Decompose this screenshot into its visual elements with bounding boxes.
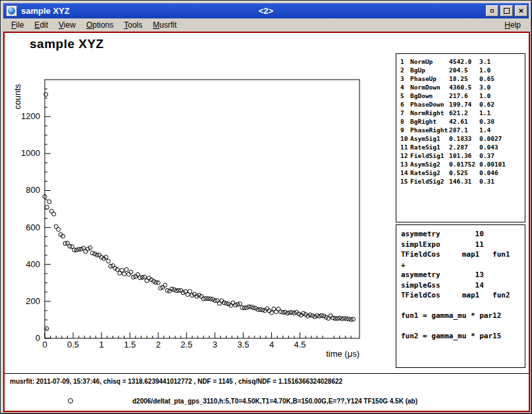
minimize-button[interactable] [486,5,498,16]
svg-text:2.5: 2.5 [180,340,192,349]
parameter-row: 10AsymSig10.18330.0027 [400,134,525,143]
root-canvas[interactable]: sample XYZ 02004006008001000120000.511.5… [3,32,530,412]
root-logo-icon [8,7,15,14]
svg-text:4.5: 4.5 [294,340,306,349]
svg-text:1.5: 1.5 [124,340,136,349]
parameter-row: 3PhaseUp18.250.65 [400,74,525,83]
app-icon[interactable] [6,5,17,16]
parameter-row: 6PhaseDown199.740.62 [400,100,525,109]
parameter-row: 8BgRight42.610.38 [400,117,525,126]
svg-text:0: 0 [36,333,40,343]
theory-line: asymmetry 13 [401,270,525,280]
svg-text:1: 1 [99,340,104,349]
parameter-row: 9PhaseRight287.11.4 [400,126,525,134]
titlebar-buttons: ✕ [484,5,529,16]
fit-parameters-box[interactable]: 1NormUp4542.03.12BgUp204.51.03PhaseUp18.… [396,53,525,222]
menu-item-edit[interactable]: Edit [29,19,53,31]
menu-items: FileEditViewOptionsToolsMusrfit [6,19,182,31]
svg-text:0: 0 [42,340,47,349]
theory-line: simplExpo 11 [401,240,525,250]
theory-line: TFieldCos map1 fun2 [401,290,525,301]
theory-line [401,321,525,332]
parameter-row: 12FieldSig1101.360.37 [400,151,525,160]
theory-line: fun2 = gamma_mu * par15 [401,331,525,342]
svg-text:4: 4 [269,340,274,349]
theory-line: simpleGss 14 [401,280,525,291]
menu-item-help[interactable]: Help [499,19,526,31]
menu-item-view[interactable]: View [53,19,81,31]
menu-bar: FileEditViewOptionsToolsMusrfit Help [3,18,529,32]
application-window: sample XYZ <2> ✕ FileEditViewOptionsTool… [0,0,532,414]
legend-marker-icon [68,398,73,403]
parameter-row: 4NormDown4360.53.0 [400,83,525,91]
theory-box[interactable]: asymmetry 10simplExpo 11TFieldCos map1 f… [396,224,525,368]
svg-text:1000: 1000 [21,148,40,158]
maximize-icon [504,8,510,14]
theory-line: + [401,260,525,271]
svg-text:1200: 1200 [21,111,40,121]
legend-text: d2006/deltat_pta_gps_3110,h:5,T0=4.50K,T… [132,398,417,405]
close-button[interactable]: ✕ [515,5,527,16]
svg-text:400: 400 [26,259,40,269]
parameter-row: 1NormUp4542.03.1 [400,57,525,66]
plot-frame [45,80,359,338]
maximize-button[interactable] [500,5,513,16]
parameter-row: 2BgUp204.51.0 [400,66,525,74]
fit-info-text: musrfit: 2011-07-09, 15:37:46, chisq = 1… [10,378,342,385]
title-bar[interactable]: sample XYZ <2> ✕ [3,3,529,18]
menu-item-musrfit[interactable]: Musrfit [147,19,182,31]
theory-line [401,301,525,311]
svg-text:0.5: 0.5 [67,340,79,349]
theory-line: fun1 = gamma_mu * par12 [401,311,525,321]
parameter-row: 13AsymSig20.017520.00101 [400,160,525,168]
x-axis-label: time (μs) [326,349,359,359]
menu-item-file[interactable]: File [6,19,29,31]
parameter-row: 14RateSig20.5250.046 [400,168,525,177]
parameter-row: 5BgDown217.61.0 [400,91,525,100]
svg-text:3: 3 [213,340,217,349]
parameter-row: 15FieldSig2146.310.31 [400,177,525,186]
menu-item-options[interactable]: Options [81,19,119,31]
svg-text:2: 2 [156,340,161,349]
plot-area[interactable]: 02004006008001000120000.511.522.533.544.… [5,33,393,388]
parameter-row: 11RateSig12.2870.043 [400,143,525,151]
footer-separator [5,373,529,374]
svg-text:800: 800 [26,185,40,195]
menu-item-tools[interactable]: Tools [119,19,147,31]
close-icon: ✕ [518,7,523,14]
svg-text:3.5: 3.5 [237,340,249,349]
window-title: sample XYZ [21,6,70,16]
window-badge: <2> [3,6,529,16]
parameter-row: 7NormRight621.21.1 [400,109,525,117]
theory-line: TFieldCos map1 fun1 [401,249,525,260]
y-axis-label: counts [13,84,22,109]
minimize-icon [491,9,494,13]
svg-text:200: 200 [26,296,40,306]
svg-text:600: 600 [26,222,40,232]
theory-line: asymmetry 10 [401,229,525,240]
legend-row: d2006/deltat_pta_gps_3110,h:5,T0=4.50K,T… [5,394,529,409]
